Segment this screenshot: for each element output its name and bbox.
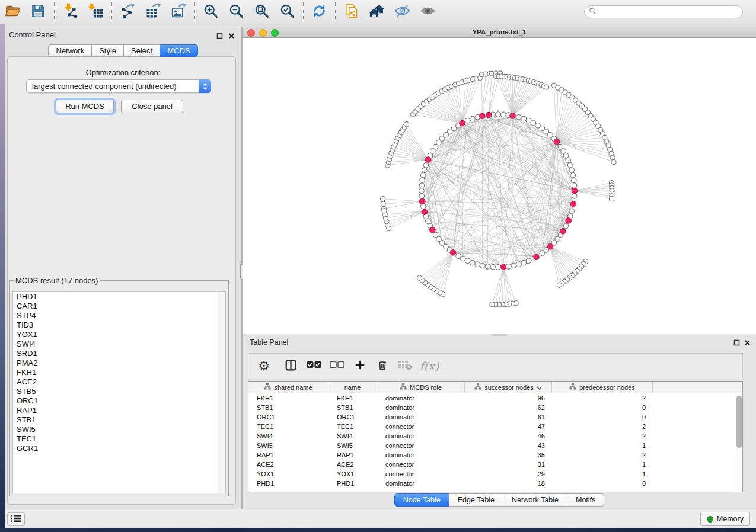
tab-node-table[interactable]: Node Table — [394, 493, 449, 507]
mcds-result-item[interactable]: FKH1 — [13, 368, 225, 377]
mcds-result-item[interactable]: ORC1 — [13, 396, 225, 406]
mcds-result-item[interactable]: STB5 — [13, 387, 225, 396]
table-row[interactable]: SWI5SWI5connector431 — [248, 441, 742, 450]
mcds-result-item[interactable]: SWI5 — [13, 425, 225, 434]
ring-node[interactable] — [572, 194, 577, 199]
ring-node[interactable] — [526, 258, 531, 264]
network-window-titlebar[interactable]: YPA_prune.txt_1 — [243, 27, 756, 38]
add-column-button[interactable] — [349, 353, 371, 379]
tab-edge-table[interactable]: Edge Table — [449, 493, 503, 507]
ring-node[interactable] — [419, 188, 425, 194]
table-scrollbar[interactable] — [735, 393, 742, 492]
column-header-MCDS-role[interactable]: MCDS role — [377, 382, 465, 393]
dominator-node[interactable] — [510, 113, 516, 119]
clear-selection-button[interactable] — [326, 353, 349, 379]
import-network-button[interactable] — [58, 0, 83, 24]
dominator-node[interactable] — [566, 218, 572, 224]
export-table-button[interactable] — [141, 0, 166, 24]
ring-node[interactable] — [496, 265, 501, 270]
mcds-result-item[interactable]: TID3 — [13, 321, 225, 330]
homes-button[interactable] — [364, 0, 390, 24]
mcds-result-item[interactable]: ACE2 — [13, 377, 225, 387]
dominator-node[interactable] — [460, 120, 465, 126]
save-button[interactable] — [25, 0, 51, 24]
hide-button[interactable] — [390, 0, 415, 24]
table-row[interactable]: RAP1RAP1dominator352 — [248, 450, 742, 460]
dominator-node[interactable] — [420, 198, 426, 204]
ring-node[interactable] — [420, 173, 426, 178]
memory-button[interactable]: Memory — [700, 512, 750, 526]
table-settings-button[interactable]: ⚙ — [248, 353, 279, 379]
zoom-out-button[interactable] — [224, 0, 249, 24]
ring-node[interactable] — [496, 112, 501, 117]
show-columns-button[interactable] — [279, 353, 302, 379]
show-panels-button[interactable] — [7, 512, 25, 526]
ring-node[interactable] — [501, 112, 506, 117]
leaf-node[interactable] — [557, 283, 562, 287]
zoom-fit-button[interactable] — [249, 0, 275, 24]
table-row[interactable]: SWI4SWI4dominator462 — [248, 431, 742, 441]
mcds-result-item[interactable]: GCR1 — [13, 444, 225, 453]
ring-node[interactable] — [419, 194, 425, 199]
mcds-result-item[interactable]: RAP1 — [13, 406, 225, 415]
ring-node[interactable] — [511, 263, 516, 268]
dominator-node[interactable] — [554, 139, 560, 145]
dominator-node[interactable] — [450, 250, 456, 256]
ring-node[interactable] — [569, 168, 575, 173]
table-scrollbar-thumb[interactable] — [736, 396, 742, 448]
clone-network-button[interactable] — [339, 0, 364, 24]
leaf-node[interactable] — [544, 85, 549, 89]
leaf-node[interactable] — [417, 275, 422, 280]
mcds-result-item[interactable]: STP4 — [13, 311, 225, 321]
tab-select[interactable]: Select — [123, 44, 160, 57]
ring-node[interactable] — [516, 115, 522, 120]
ring-node[interactable] — [465, 118, 470, 123]
tab-style[interactable]: Style — [91, 44, 124, 57]
table-row[interactable]: PHD1PHD1dominator180 — [248, 479, 742, 488]
ring-node[interactable] — [490, 264, 496, 270]
table-row[interactable]: FKH1FKH1dominator962 — [248, 393, 742, 403]
dominator-node[interactable] — [570, 201, 576, 207]
column-header-predecessor-nodes[interactable]: predecessor nodes — [552, 382, 653, 393]
ring-node[interactable] — [420, 178, 425, 183]
export-network-button[interactable] — [115, 0, 141, 24]
search-input[interactable] — [584, 5, 743, 18]
select-all-button[interactable] — [302, 353, 326, 379]
ring-node[interactable] — [540, 251, 545, 256]
mcds-result-item[interactable]: SWI4 — [13, 339, 225, 349]
close-panel-button[interactable] — [227, 31, 235, 40]
ring-node[interactable] — [531, 120, 536, 126]
dominator-node[interactable] — [430, 227, 436, 233]
ring-node[interactable] — [516, 262, 522, 267]
dominator-node[interactable] — [560, 229, 566, 235]
dominator-node[interactable] — [572, 188, 578, 194]
table-row[interactable]: TEC1TEC1connector472 — [248, 422, 742, 431]
leaf-node[interactable] — [609, 196, 614, 201]
ring-node[interactable] — [572, 178, 577, 183]
import-table-button[interactable] — [83, 0, 109, 24]
destroy-table-button[interactable] — [394, 353, 416, 379]
ring-node[interactable] — [563, 153, 569, 158]
column-header-successor-nodes[interactable]: successor nodes — [465, 382, 552, 393]
ring-node[interactable] — [563, 223, 569, 229]
mcds-result-item[interactable]: YOX1 — [13, 330, 225, 339]
leaf-node[interactable] — [611, 159, 616, 164]
table-row[interactable]: ACE2ACE2connector311 — [248, 460, 742, 469]
ring-node[interactable] — [420, 204, 426, 209]
ring-node[interactable] — [465, 258, 470, 264]
ring-node[interactable] — [506, 264, 511, 270]
table-panel-grip[interactable] — [492, 334, 507, 336]
mcds-result-item[interactable]: SRD1 — [13, 349, 225, 358]
float-table-panel-button[interactable] — [732, 338, 741, 347]
table-row[interactable]: STB1STB1dominator620 — [248, 403, 742, 412]
tab-network[interactable]: Network — [48, 44, 92, 57]
show-button[interactable] — [415, 0, 441, 24]
ring-node[interactable] — [456, 254, 461, 259]
open-button[interactable] — [0, 0, 25, 24]
column-header-shared-name[interactable]: shared name — [248, 382, 328, 393]
column-header-name[interactable]: name — [328, 382, 377, 393]
mcds-result-item[interactable]: CAR1 — [13, 302, 225, 311]
tab-motifs[interactable]: Motifs — [567, 493, 604, 507]
float-panel-button[interactable] — [215, 31, 224, 40]
network-canvas[interactable] — [243, 38, 756, 334]
